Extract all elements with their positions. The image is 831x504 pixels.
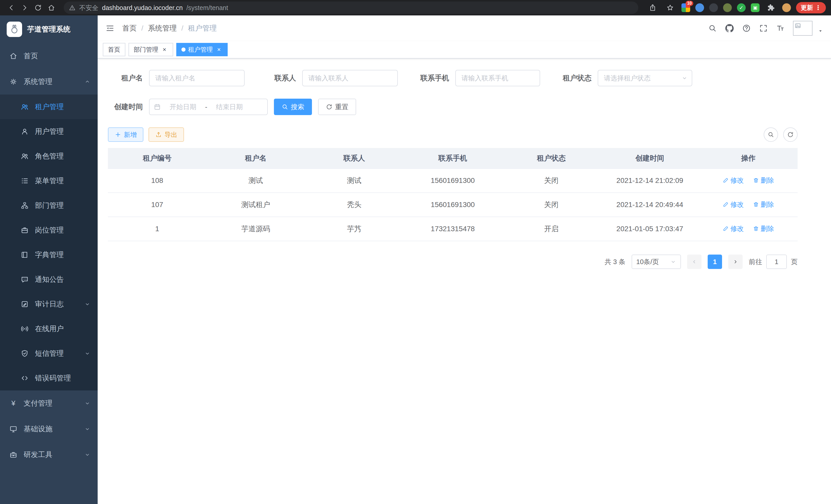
phone-input[interactable] bbox=[455, 70, 540, 86]
page-unit-label: 页 bbox=[791, 258, 798, 266]
cell-tenant-name: 测试租户 bbox=[206, 192, 305, 217]
sidebar-fold-button[interactable] bbox=[105, 24, 115, 33]
prev-page-button[interactable] bbox=[687, 255, 701, 269]
delete-link[interactable]: 删除 bbox=[753, 224, 774, 233]
browser-profile-avatar[interactable] bbox=[782, 3, 791, 12]
sidebar-item-menu[interactable]: 菜单管理 bbox=[0, 169, 98, 193]
sidebar-item-label: 系统管理 bbox=[24, 77, 52, 87]
github-icon[interactable] bbox=[725, 24, 734, 33]
delete-icon bbox=[753, 226, 759, 232]
sidebar-item-sms[interactable]: 短信管理 bbox=[0, 341, 98, 366]
sidebar-item-label: 短信管理 bbox=[35, 349, 64, 358]
sidebar-item-post[interactable]: 岗位管理 bbox=[0, 218, 98, 242]
extension-check-icon[interactable]: ✓ bbox=[737, 3, 746, 12]
page-number-1[interactable]: 1 bbox=[708, 255, 722, 269]
bookmark-star-button[interactable] bbox=[664, 2, 676, 14]
tab-home[interactable]: 首页 bbox=[103, 43, 125, 56]
edit-document-icon bbox=[21, 300, 29, 308]
sidebar-item-audit-log[interactable]: 审计日志 bbox=[0, 292, 98, 317]
edit-link[interactable]: 修改 bbox=[722, 224, 744, 233]
start-date-input[interactable] bbox=[163, 103, 203, 111]
extension-blue-icon[interactable] bbox=[695, 3, 704, 12]
filter-contact: 联系人 bbox=[261, 70, 398, 86]
page-content: 租户名 联系人 联系手机 租户状态 请选择租户状态 bbox=[98, 59, 831, 285]
sidebar-item-label: 部门管理 bbox=[35, 201, 64, 210]
table-header-row: 租户编号 租户名 联系人 联系手机 租户状态 创建时间 操作 bbox=[108, 148, 798, 169]
address-bar[interactable]: 不安全 dashboard.yudao.iocoder.cn/system/te… bbox=[64, 2, 638, 14]
sidebar-item-label: 角色管理 bbox=[35, 151, 64, 161]
browser-home-button[interactable] bbox=[45, 2, 58, 14]
delete-link[interactable]: 删除 bbox=[753, 176, 774, 185]
help-icon[interactable] bbox=[742, 24, 751, 33]
contact-input[interactable] bbox=[302, 70, 398, 86]
delete-label: 删除 bbox=[761, 200, 774, 209]
app-logo[interactable]: 芋道管理系统 bbox=[0, 16, 98, 43]
share-button[interactable] bbox=[647, 2, 659, 14]
page-size-select[interactable]: 10条/页 bbox=[632, 255, 681, 269]
user-avatar[interactable] bbox=[793, 21, 812, 36]
sidebar-item-home[interactable]: 首页 bbox=[0, 43, 98, 69]
sidebar-item-payment[interactable]: ¥ 支付管理 bbox=[0, 390, 98, 416]
extension-chat-icon[interactable]: ▣ bbox=[751, 3, 760, 12]
search-icon bbox=[282, 103, 288, 110]
fullscreen-icon[interactable] bbox=[759, 24, 768, 33]
export-button[interactable]: 导出 bbox=[148, 127, 184, 142]
browser-forward-button[interactable] bbox=[19, 2, 31, 14]
end-date-input[interactable] bbox=[209, 103, 250, 111]
date-range-picker[interactable]: - bbox=[149, 99, 268, 115]
sidebar-item-system[interactable]: 系统管理 bbox=[0, 69, 98, 94]
edit-link[interactable]: 修改 bbox=[722, 176, 744, 185]
calendar-icon bbox=[154, 103, 161, 111]
next-page-button[interactable] bbox=[728, 255, 743, 269]
caret-down-icon[interactable] bbox=[818, 28, 823, 34]
search-button[interactable]: 搜索 bbox=[274, 99, 312, 115]
contact-label: 联系人 bbox=[261, 73, 296, 83]
breadcrumb-system[interactable]: 系统管理 bbox=[148, 23, 177, 33]
table-toolbar: 新增 导出 bbox=[108, 127, 798, 142]
reset-button[interactable]: 重置 bbox=[318, 99, 356, 115]
toggle-search-button[interactable] bbox=[764, 127, 778, 142]
browser-update-button[interactable]: 更新 ⋮ bbox=[796, 2, 826, 13]
extension-dark-icon[interactable] bbox=[709, 3, 718, 12]
status-label: 租户状态 bbox=[556, 73, 592, 83]
extension-olive-icon[interactable] bbox=[723, 3, 732, 12]
refresh-table-button[interactable] bbox=[783, 127, 798, 142]
sidebar-item-infrastructure[interactable]: 基础设施 bbox=[0, 416, 98, 442]
yen-icon: ¥ bbox=[9, 399, 18, 407]
col-contact: 联系人 bbox=[305, 148, 403, 169]
status-select[interactable]: 请选择租户状态 bbox=[598, 70, 692, 86]
tab-dept[interactable]: 部门管理 × bbox=[128, 43, 173, 56]
tenant-name-input[interactable] bbox=[149, 70, 245, 86]
sidebar-item-dict[interactable]: 字典管理 bbox=[0, 242, 98, 267]
sidebar-item-role[interactable]: 角色管理 bbox=[0, 144, 98, 169]
tab-tenant[interactable]: 租户管理 × bbox=[176, 43, 228, 56]
sidebar-item-dept[interactable]: 部门管理 bbox=[0, 193, 98, 218]
search-icon[interactable] bbox=[708, 24, 717, 33]
breadcrumb-home[interactable]: 首页 bbox=[122, 23, 137, 33]
browser-reload-button[interactable] bbox=[32, 2, 44, 14]
sidebar-item-error-code[interactable]: 错误码管理 bbox=[0, 366, 98, 390]
table-row: 108 测试 测试 15601691300 关闭 2021-12-14 21:0… bbox=[108, 169, 798, 192]
goto-page-input[interactable] bbox=[766, 255, 787, 269]
add-button[interactable]: 新增 bbox=[108, 127, 143, 142]
cell-status: 关闭 bbox=[502, 192, 601, 217]
sidebar-item-user[interactable]: 用户管理 bbox=[0, 119, 98, 144]
app-title: 芋道管理系统 bbox=[27, 24, 70, 34]
refresh-icon bbox=[326, 103, 333, 110]
breadcrumb: 首页 / 系统管理 / 租户管理 bbox=[122, 23, 217, 33]
tenant-name-label: 租户名 bbox=[108, 73, 143, 83]
extension-grid-icon[interactable]: 10 bbox=[682, 3, 690, 12]
close-icon[interactable]: × bbox=[161, 46, 168, 53]
browser-back-button[interactable] bbox=[5, 2, 18, 14]
sidebar-item-tenant[interactable]: 租户管理 bbox=[0, 94, 98, 119]
sidebar-item-notice[interactable]: 通知公告 bbox=[0, 267, 98, 292]
browser-menu-dots-icon[interactable]: ⋮ bbox=[815, 4, 821, 11]
sidebar-item-online-users[interactable]: 在线用户 bbox=[0, 317, 98, 341]
close-icon[interactable]: × bbox=[215, 46, 223, 53]
extensions-puzzle-button[interactable] bbox=[765, 2, 777, 14]
sidebar-item-dev-tools[interactable]: 研发工具 bbox=[0, 442, 98, 468]
edit-link[interactable]: 修改 bbox=[722, 200, 744, 209]
font-size-icon[interactable] bbox=[776, 24, 785, 33]
delete-link[interactable]: 删除 bbox=[753, 200, 774, 209]
table-row: 1 芋道源码 芋艿 17321315478 开启 2021-01-05 17:0… bbox=[108, 217, 798, 241]
